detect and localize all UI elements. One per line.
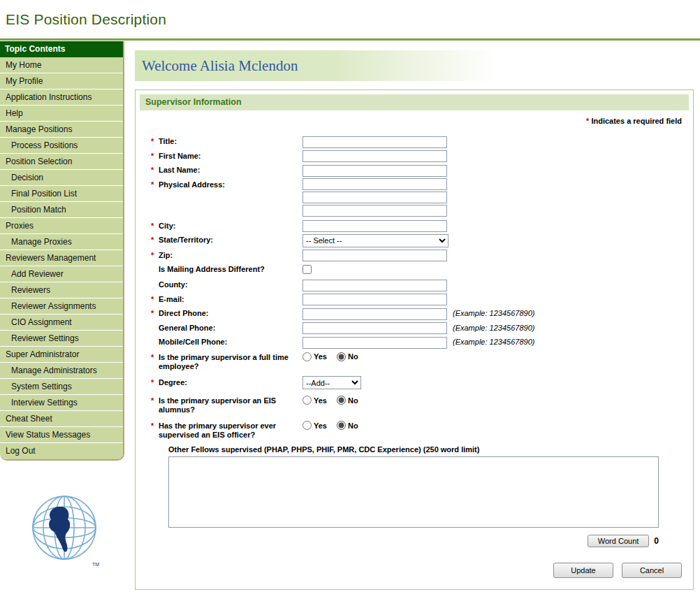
form-row-mobile-phone: Mobile/Cell Phone: (Example: 1234567890) <box>151 335 682 349</box>
cancel-button[interactable]: Cancel <box>622 563 682 578</box>
sidebar-item-system-settings[interactable]: System Settings <box>0 379 123 395</box>
zip-label: * Zip: <box>151 249 302 260</box>
required-asterisk: * <box>151 137 154 146</box>
sidebar-item-reviewer-assignments[interactable]: Reviewer Assignments <box>0 298 123 315</box>
county-input[interactable] <box>302 280 447 291</box>
form-row-zip: * Zip: <box>151 249 682 262</box>
sidebar-item-help[interactable]: Help <box>0 106 123 122</box>
required-asterisk: * <box>151 152 154 161</box>
form-row-mailing-different: Is Mailing Address Different? <box>151 263 682 277</box>
sidebar-item-application-instructions[interactable]: Application Instructions <box>0 89 123 106</box>
sidebar-item-manage-proxies[interactable]: Manage Proxies <box>0 234 123 250</box>
sidebar-item-reviewers-management[interactable]: Reviewers Management <box>0 250 123 266</box>
sidebar: Topic Contents My Home My Profile Applic… <box>0 41 124 461</box>
mailing-different-checkbox[interactable] <box>302 265 312 274</box>
header-divider <box>0 38 700 41</box>
physical-address-line2-input[interactable] <box>302 192 447 203</box>
required-field-note: * Indicates a required field <box>586 117 682 125</box>
physical-address-line1-input[interactable] <box>302 178 447 190</box>
county-label: County: <box>151 278 302 289</box>
supervised-eis-no-radio[interactable] <box>337 421 346 430</box>
word-count-button[interactable]: Word Count <box>588 535 650 547</box>
sidebar-item-final-position-list[interactable]: Final Position List <box>0 186 123 202</box>
required-asterisk: * <box>151 353 154 362</box>
last-name-input[interactable] <box>302 165 447 177</box>
supervisor-form: * Title: * First Name: * <box>151 135 682 547</box>
sidebar-item-cio-assignment[interactable]: CIO Assignment <box>0 315 123 331</box>
direct-phone-input[interactable] <box>302 308 447 320</box>
other-fellows-textarea[interactable] <box>168 456 659 528</box>
required-asterisk: * <box>151 251 154 260</box>
required-asterisk: * <box>151 222 154 231</box>
form-row-physical-address: * Physical Address: <box>151 178 682 218</box>
sidebar-item-position-match[interactable]: Position Match <box>0 202 123 218</box>
sidebar-item-view-status-messages[interactable]: View Status Messages <box>0 427 123 443</box>
word-count-value: 0 <box>654 536 659 546</box>
section-title: Supervisor Information <box>140 94 689 110</box>
page: EIS Position Description Topic Contents … <box>0 0 700 599</box>
form-row-county: County: <box>151 278 682 291</box>
mobile-phone-label: Mobile/Cell Phone: <box>151 335 302 347</box>
sidebar-item-position-selection[interactable]: Position Selection <box>0 154 123 170</box>
form-row-direct-phone: * Direct Phone: (Example: 1234567890) <box>151 307 682 320</box>
physical-address-label: * Physical Address: <box>151 178 302 189</box>
sidebar-item-manage-positions[interactable]: Manage Positions <box>0 122 123 138</box>
welcome-banner: Welcome Alisia Mclendon <box>135 50 497 81</box>
state-territory-select[interactable]: -- Select -- <box>302 234 449 247</box>
sidebar-item-reviewer-settings[interactable]: Reviewer Settings <box>0 331 123 347</box>
sidebar-item-add-reviewer[interactable]: Add Reviewer <box>0 266 123 282</box>
zip-input[interactable] <box>302 250 447 261</box>
sidebar-item-process-positions[interactable]: Process Positions <box>0 138 123 154</box>
first-name-label: * First Name: <box>151 150 302 161</box>
alumnus-no-radio[interactable] <box>337 396 346 405</box>
full-time-yes-option[interactable]: Yes <box>302 352 327 361</box>
sidebar-item-my-home[interactable]: My Home <box>0 57 123 73</box>
title-input[interactable] <box>302 136 447 148</box>
first-name-input[interactable] <box>302 150 447 162</box>
sidebar-item-decision[interactable]: Decision <box>0 170 123 186</box>
sidebar-item-log-out[interactable]: Log Out <box>0 443 123 459</box>
form-row-general-phone: General Phone: (Example: 1234567890) <box>151 322 682 335</box>
degree-select[interactable]: --Add-- <box>302 376 361 389</box>
supervised-eis-no-option[interactable]: No <box>337 421 358 430</box>
sidebar-item-super-administrator[interactable]: Super Administrator <box>0 347 123 363</box>
alumnus-yes-radio[interactable] <box>302 396 312 405</box>
form-actions: Update Cancel <box>553 563 682 578</box>
direct-phone-label: * Direct Phone: <box>151 307 302 318</box>
required-asterisk: * <box>151 378 154 387</box>
alumnus-yes-option[interactable]: Yes <box>302 396 327 405</box>
update-button[interactable]: Update <box>553 563 613 578</box>
physical-address-line3-input[interactable] <box>302 205 447 217</box>
form-row-email: * E-mail: <box>151 293 682 306</box>
city-input[interactable] <box>302 220 447 232</box>
city-label: * City: <box>151 219 302 231</box>
alumnus-no-option[interactable]: No <box>337 396 358 405</box>
general-phone-input[interactable] <box>302 322 447 334</box>
required-asterisk: * <box>151 295 154 304</box>
email-label: * E-mail: <box>151 293 302 304</box>
sidebar-item-reviewers[interactable]: Reviewers <box>0 282 123 298</box>
supervised-eis-yes-option[interactable]: Yes <box>302 421 327 430</box>
sidebar-item-manage-administrators[interactable]: Manage Administrators <box>0 363 123 379</box>
form-row-full-time: * Is the primary supervisor a full time … <box>151 351 682 371</box>
sidebar-item-interview-settings[interactable]: Interview Settings <box>0 395 123 411</box>
required-asterisk: * <box>151 396 154 405</box>
email-input[interactable] <box>302 294 447 305</box>
top-header: EIS Position Description <box>0 0 700 38</box>
mailing-different-label: Is Mailing Address Different? <box>151 263 302 274</box>
full-time-yes-radio[interactable] <box>302 352 312 361</box>
sidebar-item-cheat-sheet[interactable]: Cheat Sheet <box>0 411 123 427</box>
other-fellows-label: Other Fellows supervised (PHAP, PHPS, PH… <box>151 445 682 454</box>
supervised-eis-yes-radio[interactable] <box>302 421 312 430</box>
full-time-no-option[interactable]: No <box>337 352 358 361</box>
globe-icon: TM <box>29 491 102 568</box>
sidebar-item-proxies[interactable]: Proxies <box>0 218 123 234</box>
required-asterisk: * <box>151 180 154 189</box>
full-time-no-radio[interactable] <box>337 352 346 361</box>
sidebar-item-my-profile[interactable]: My Profile <box>0 73 123 89</box>
general-phone-example-hint: (Example: 1234567890) <box>453 322 534 332</box>
welcome-message: Welcome Alisia Mclendon <box>142 57 298 74</box>
form-row-last-name: * Last Name: <box>151 164 682 177</box>
sidebar-header: Topic Contents <box>0 41 123 57</box>
mobile-phone-input[interactable] <box>302 337 447 349</box>
